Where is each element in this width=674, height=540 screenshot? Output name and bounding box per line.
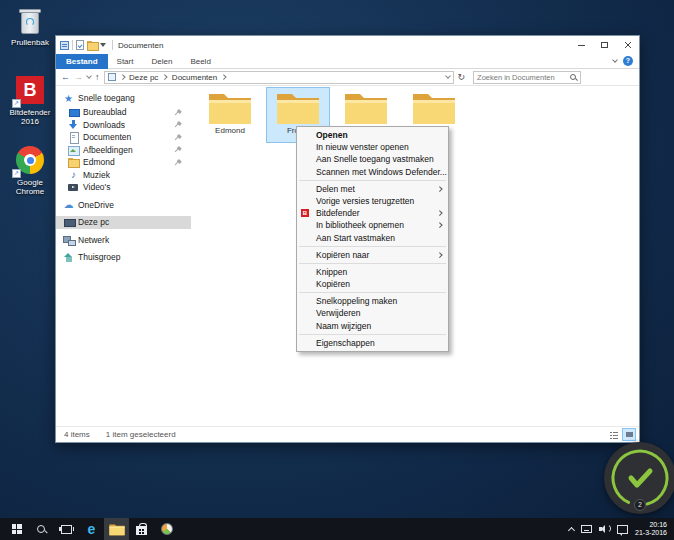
pin-icon: [173, 107, 183, 117]
menu-item-scannen-met-windows-defender[interactable]: Scannen met Windows Defender...: [297, 166, 448, 178]
close-button[interactable]: [616, 36, 639, 54]
sidebar-item-downloads[interactable]: Downloads: [56, 119, 191, 132]
breadcrumb-deze-pc[interactable]: Deze pc: [129, 73, 158, 82]
menu-item-in-bibliotheek-opnemen[interactable]: In bibliotheek opnemen: [297, 219, 448, 231]
start-button[interactable]: [4, 518, 29, 540]
qat-new-folder-icon[interactable]: [87, 41, 97, 49]
menu-separator: [299, 292, 446, 293]
sidebar-item-label: Thuisgroep: [78, 252, 121, 262]
sidebar-item-edmond[interactable]: Edmond: [56, 156, 191, 169]
minimize-button[interactable]: [570, 36, 593, 54]
submenu-chevron-icon: [437, 186, 442, 191]
pin-icon: [173, 157, 183, 167]
bitdefender-icon: B ↗: [14, 76, 46, 106]
cloud-icon: ☁: [63, 199, 74, 210]
sidebar-item-netwerk[interactable]: Netwerk: [56, 234, 191, 247]
breadcrumb-documenten[interactable]: Documenten: [172, 73, 217, 82]
recent-locations-chevron-icon[interactable]: [86, 73, 92, 79]
sidebar-item-thuisgroep[interactable]: Thuisgroep: [56, 251, 191, 264]
sidebar-item-deze-pc[interactable]: Deze pc: [56, 216, 191, 229]
menu-item-bitdefender[interactable]: BBitdefender: [297, 207, 448, 219]
desktop-icon-bitdefender[interactable]: B ↗ Bitdefender 2016: [3, 76, 57, 126]
desktop-icon: [68, 107, 79, 118]
minimize-icon: [578, 45, 585, 46]
explorer-window: Documenten Bestand Start Delen Beeld ? ←…: [55, 35, 640, 443]
action-center-icon[interactable]: [617, 525, 628, 534]
taskbar-edge-button[interactable]: e: [79, 518, 104, 540]
qat-properties-icon[interactable]: [76, 40, 84, 50]
folder-icon: [208, 91, 252, 125]
qat-customize-chevron-icon[interactable]: [100, 43, 106, 47]
clock-time: 20:16: [635, 521, 667, 530]
sidebar-item-label: Afbeeldingen: [83, 145, 133, 155]
menu-item-knippen[interactable]: Knippen: [297, 266, 448, 278]
submenu-chevron-icon: [437, 252, 442, 257]
sidebar-item-afbeeldingen[interactable]: Afbeeldingen: [56, 144, 191, 157]
breadcrumb-chevron-icon: [163, 75, 168, 80]
volume-tray-icon[interactable]: [599, 524, 610, 534]
sidebar-item-documenten[interactable]: Documenten: [56, 131, 191, 144]
navigation-pane: ★ Snelle toegang Bureaublad Downloads Do…: [56, 86, 191, 426]
download-icon: [68, 119, 79, 130]
menu-item-in-nieuw-venster-openen[interactable]: In nieuw venster openen: [297, 141, 448, 153]
desktop-icon-label: Bitdefender 2016: [3, 108, 57, 126]
menu-item-eigenschappen[interactable]: Eigenschappen: [297, 337, 448, 349]
menu-item-delen-met[interactable]: Delen met: [297, 183, 448, 195]
address-dropdown-chevron-icon[interactable]: [445, 73, 451, 79]
bitdefender-widget[interactable]: 2: [604, 442, 674, 514]
menu-separator: [299, 263, 446, 264]
pictures-icon: [68, 144, 79, 155]
folder-icon: [276, 91, 320, 125]
desktop-icon-label: Prullenbak: [3, 38, 57, 47]
taskbar-app-button[interactable]: [154, 518, 179, 540]
sidebar-item-label: Deze pc: [78, 217, 109, 227]
menu-item-aan-start-vastmaken[interactable]: Aan Start vastmaken: [297, 232, 448, 244]
menu-item-verwijderen[interactable]: Verwijderen: [297, 307, 448, 319]
sidebar-item-muziek[interactable]: ♪ Muziek: [56, 169, 191, 182]
tab-beeld[interactable]: Beeld: [181, 54, 219, 69]
forward-button[interactable]: →: [74, 71, 83, 84]
menu-item-naam-wijzigen[interactable]: Naam wijzigen: [297, 320, 448, 332]
menu-item-snelkoppeling-maken[interactable]: Snelkoppeling maken: [297, 295, 448, 307]
folder-edmond[interactable]: Edmond: [199, 88, 261, 142]
taskbar-search-button[interactable]: [29, 518, 54, 540]
desktop-icon-recycle-bin[interactable]: Prullenbak: [3, 6, 57, 47]
sidebar-item-label: Edmond: [83, 157, 115, 167]
refresh-icon[interactable]: ↻: [458, 72, 466, 82]
menu-item-vorige-versies-terugzetten[interactable]: Vorige versies terugzetten: [297, 195, 448, 207]
menu-item-openen[interactable]: Openen: [297, 129, 448, 141]
tab-bestand[interactable]: Bestand: [56, 54, 108, 69]
address-input[interactable]: Deze pc Documenten: [104, 71, 454, 84]
maximize-button[interactable]: [593, 36, 616, 54]
window-system-icon[interactable]: [60, 41, 69, 50]
task-view-button[interactable]: [54, 518, 79, 540]
menu-item-kopieren[interactable]: Kopiëren: [297, 278, 448, 290]
sidebar-item-videos[interactable]: Video's: [56, 181, 191, 194]
thumbnails-view-button[interactable]: [622, 428, 636, 441]
desktop-icon-chrome[interactable]: ↗ Google Chrome: [3, 146, 57, 196]
details-view-button[interactable]: [608, 429, 620, 441]
search-input[interactable]: Zoeken in Documenten: [473, 71, 581, 84]
network-tray-icon[interactable]: [581, 525, 592, 533]
help-icon[interactable]: ?: [623, 56, 633, 66]
clock-date: 21-3-2016: [635, 529, 667, 538]
tab-start[interactable]: Start: [108, 54, 143, 69]
menu-item-aan-snelle-toegang-vastmaken[interactable]: Aan Snelle toegang vastmaken: [297, 153, 448, 165]
status-bar: 4 items 1 item geselecteerd: [56, 426, 639, 442]
taskbar-explorer-button[interactable]: [104, 518, 129, 540]
menu-item-kopieren-naar[interactable]: Kopiëren naar: [297, 249, 448, 261]
file-list-pane: Edmond Frouw Openen In nieuw venster ope…: [191, 86, 639, 426]
sidebar-item-onedrive[interactable]: ☁ OneDrive: [56, 199, 191, 212]
items-count: 4 items: [64, 430, 90, 439]
sidebar-item-bureaublad[interactable]: Bureaublad: [56, 106, 191, 119]
sidebar-item-snelle-toegang[interactable]: ★ Snelle toegang: [56, 92, 191, 105]
taskbar-store-button[interactable]: [129, 518, 154, 540]
tab-delen[interactable]: Delen: [142, 54, 181, 69]
tray-expand-chevron-icon[interactable]: [568, 526, 575, 533]
ribbon-expand-chevron-icon[interactable]: [612, 57, 618, 63]
taskbar-clock[interactable]: 20:16 21-3-2016: [635, 521, 667, 538]
task-view-icon: [61, 525, 72, 534]
back-button[interactable]: ←: [61, 71, 70, 84]
up-button[interactable]: ↑: [95, 71, 100, 84]
store-icon: [136, 523, 147, 535]
